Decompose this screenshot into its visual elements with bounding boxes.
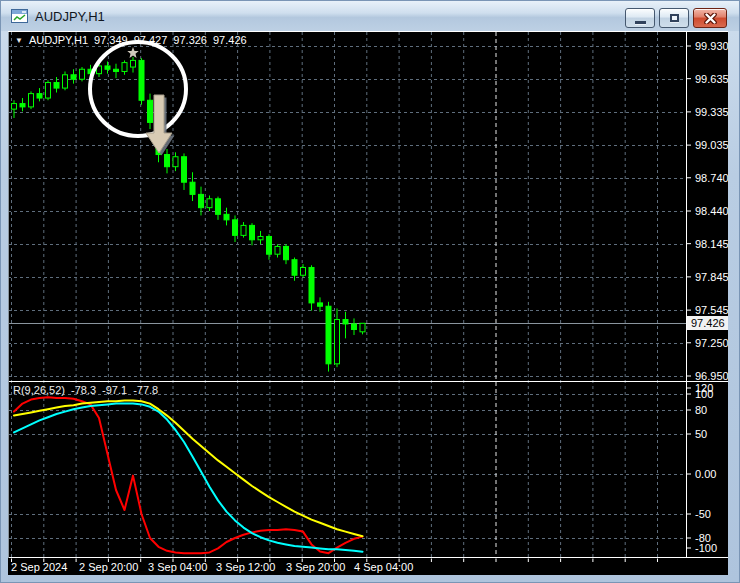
price-tick-label: 98.440	[695, 205, 728, 217]
chart-client-area[interactable]: 99.93099.63599.33599.03598.74098.44098.1…	[8, 31, 728, 575]
window-controls	[625, 8, 727, 28]
indicator-tick-label: 0.00	[695, 468, 716, 480]
chart-window-icon	[11, 9, 28, 23]
candle-body	[71, 75, 76, 79]
time-tick-label: 3 Sep 12:00	[216, 561, 275, 573]
indicator-line-r9	[14, 397, 363, 553]
close-icon	[704, 13, 717, 24]
candle-body	[318, 303, 323, 306]
candle-body	[105, 66, 110, 69]
candle-body	[301, 267, 306, 275]
indicator-header: R(9,26,52) -78.3 -97.1 -77.8	[13, 384, 158, 396]
candle-body	[80, 69, 85, 79]
candle-body	[173, 157, 178, 167]
indicator-line-r26	[14, 404, 363, 552]
candle-body	[360, 323, 365, 332]
indicator-tick-label: 50	[695, 428, 707, 440]
candle-body	[309, 267, 314, 302]
candle-body	[258, 236, 263, 239]
candle-body	[207, 199, 212, 208]
candle-body	[131, 60, 136, 67]
candle-body	[224, 214, 229, 220]
indicator-value-3: -77.8	[133, 384, 158, 396]
time-tick-label: 2 Sep 2024	[11, 561, 67, 573]
candle-body	[182, 157, 187, 182]
candle-body	[139, 60, 144, 100]
candle-body	[148, 100, 153, 122]
candle-body	[97, 66, 102, 74]
minimize-icon	[635, 21, 646, 24]
candle-body	[343, 320, 348, 324]
indicator-value-1: -78.3	[71, 384, 96, 396]
price-tick-label: 96.950	[695, 370, 728, 382]
close-button[interactable]	[693, 8, 727, 28]
time-tick-label: 2 Sep 20:00	[79, 561, 138, 573]
candle-body	[156, 122, 161, 154]
candle-body	[241, 225, 246, 235]
candle-body	[352, 324, 357, 330]
ohlc-high: 97.427	[134, 34, 168, 46]
candle-body	[190, 182, 195, 194]
title-bar[interactable]: AUDJPY,H1	[1, 1, 739, 31]
candle-body	[54, 83, 59, 89]
price-tick-label: 98.145	[695, 238, 728, 250]
price-tick-label: 99.035	[695, 139, 728, 151]
candle-body	[335, 320, 340, 364]
candle-body	[292, 260, 297, 276]
time-tick-label: 3 Sep 04:00	[148, 561, 207, 573]
price-tick-label: 97.845	[695, 271, 728, 283]
candle-body	[267, 236, 272, 254]
candle-body	[275, 246, 280, 254]
candle-body	[46, 83, 51, 99]
indicator-tick-label: 100	[695, 388, 713, 400]
candle-body	[199, 194, 204, 207]
chart-window: AUDJPY,H1 99.93099.63599.33599.03598.740…	[0, 0, 740, 583]
price-tick-label: 99.930	[695, 40, 728, 52]
indicator-line-r52	[14, 400, 363, 536]
time-tick-label: 4 Sep 04:00	[354, 561, 413, 573]
restore-icon	[670, 14, 679, 22]
candle-body	[63, 75, 68, 88]
candle-body	[233, 220, 238, 236]
price-tick-label: 99.635	[695, 73, 728, 85]
price-tick-label: 99.335	[695, 106, 728, 118]
candle-body	[250, 225, 255, 239]
candle-body	[165, 155, 170, 167]
time-tick-label: 3 Sep 20:00	[286, 561, 345, 573]
price-tick-label: 97.545	[695, 304, 728, 316]
restore-button[interactable]	[659, 8, 689, 28]
candle-body	[122, 63, 127, 72]
symbol-dropdown-icon[interactable]: ▼	[15, 35, 23, 46]
candle-body	[284, 246, 289, 259]
pane-borders	[8, 31, 728, 558]
ohlc-low: 97.326	[173, 34, 207, 46]
candle-body	[37, 94, 42, 98]
indicator-value-2: -97.1	[102, 384, 127, 396]
time-axis[interactable]: 2 Sep 20242 Sep 20:003 Sep 04:003 Sep 12…	[11, 559, 658, 574]
candle-body	[29, 94, 34, 107]
ohlc-header: ▼ AUDJPY,H1 97.349 97.427 97.326 97.426	[15, 34, 247, 46]
candle-body	[88, 69, 93, 73]
symbol-label: AUDJPY,H1	[29, 34, 88, 46]
indicator-tick-label: 80	[695, 404, 707, 416]
indicator-tick-label: -100	[695, 542, 717, 554]
chart-canvas[interactable]: 99.93099.63599.33599.03598.74098.44098.1…	[8, 31, 728, 575]
price-tick-label: 97.250	[695, 337, 728, 349]
price-tick-label: 98.740	[695, 172, 728, 184]
candle-body	[114, 69, 119, 71]
candle-body	[326, 306, 331, 364]
indicator-lines	[14, 397, 363, 553]
ohlc-open: 97.349	[94, 34, 128, 46]
candle-body	[216, 199, 221, 215]
current-price-label: 97.426	[687, 316, 728, 330]
indicator-tick-label: -50	[695, 508, 711, 520]
ohlc-close: 97.426	[213, 34, 247, 46]
indicator-axis[interactable]: 12010080500.00-50-80-100	[686, 382, 717, 554]
indicator-name: R(9,26,52)	[13, 384, 65, 396]
candle-body	[12, 104, 17, 110]
window-title: AUDJPY,H1	[35, 9, 105, 24]
grid	[8, 32, 686, 557]
candlesticks	[12, 57, 366, 371]
price-axis[interactable]: 99.93099.63599.33599.03598.74098.44098.1…	[686, 40, 728, 382]
minimize-button[interactable]	[625, 8, 655, 28]
